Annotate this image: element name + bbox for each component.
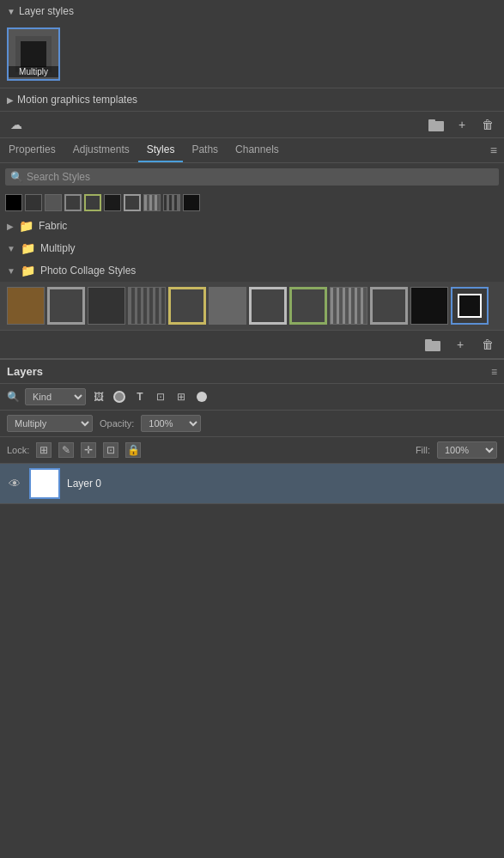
filter-dot	[197, 392, 207, 402]
search-bar: 🔍	[5, 168, 499, 186]
motion-graphics-section: ▶ Motion graphics templates	[0, 88, 504, 111]
swatch-7[interactable]	[143, 194, 161, 211]
filter-type-icon[interactable]: T	[132, 389, 148, 405]
multiply-group-name: Multiply	[40, 242, 76, 254]
filter-row: 🔍 Kind Name Effect Mode Attribute Color …	[0, 384, 504, 411]
styles-add-button[interactable]: +	[451, 335, 470, 354]
photo-collage-chevron: ▼	[7, 266, 15, 276]
multiply-group-header[interactable]: ▼ 📁 Multiply	[0, 237, 504, 259]
style-thumb-label: Multiply	[9, 66, 58, 77]
lock-all-icon[interactable]: 🔒	[125, 442, 141, 458]
tab-properties[interactable]: Properties	[0, 138, 64, 162]
swatch-5[interactable]	[104, 194, 121, 211]
collage-thumb-1[interactable]	[47, 287, 85, 325]
collage-thumb-3[interactable]	[128, 287, 166, 325]
layers-title: Layers	[7, 365, 43, 378]
delete-style-button[interactable]: 🗑	[478, 115, 497, 134]
collage-grid	[0, 282, 504, 330]
swatches-row	[0, 191, 504, 215]
kind-filter-select[interactable]: Kind Name Effect Mode Attribute Color	[25, 388, 86, 405]
lock-pixels-icon[interactable]: ⊞	[36, 442, 52, 458]
styles-folder-icon[interactable]	[423, 335, 442, 354]
opacity-label: Opacity:	[100, 418, 134, 429]
swatch-1[interactable]	[25, 194, 42, 211]
styles-delete-button[interactable]: 🗑	[478, 335, 497, 354]
svg-rect-3	[425, 339, 432, 343]
motion-graphics-title: Motion graphics templates	[17, 94, 137, 106]
tab-styles[interactable]: Styles	[138, 138, 184, 162]
fabric-chevron: ▶	[7, 222, 14, 231]
folder-icon[interactable]	[427, 115, 446, 134]
collage-thumb-8[interactable]	[330, 287, 367, 325]
search-icon: 🔍	[10, 171, 23, 183]
blend-mode-select[interactable]: Normal Dissolve Darken Multiply Color Bu…	[7, 415, 93, 432]
photo-collage-group-header[interactable]: ▼ 📁 Photo Collage Styles	[0, 259, 504, 282]
layers-menu-icon[interactable]: ≡	[491, 366, 497, 378]
filter-shape-icon[interactable]: ⊡	[153, 389, 168, 405]
tab-channels[interactable]: Channels	[227, 138, 288, 162]
collage-thumb-5[interactable]	[209, 287, 246, 325]
lock-row: Lock: ⊞ ✎ ✛ ⊡ 🔒 Fill: 100% 75% 50% 25% 0…	[0, 437, 504, 464]
collage-thumb-0[interactable]	[7, 287, 45, 325]
tab-paths[interactable]: Paths	[183, 138, 227, 162]
multiply-chevron: ▼	[7, 244, 15, 253]
fabric-group-name: Fabric	[39, 220, 67, 232]
motion-graphics-header[interactable]: ▶ Motion graphics templates	[7, 94, 497, 106]
collage-thumb-6[interactable]	[249, 287, 287, 325]
photo-collage-group: ▼ 📁 Photo Collage Styles	[0, 259, 504, 330]
tabs-bar: Properties Adjustments Styles Paths Chan…	[0, 137, 504, 163]
filter-smartobj-icon[interactable]: ⊞	[173, 389, 189, 405]
swatch-4[interactable]	[84, 194, 101, 211]
blend-row: Normal Dissolve Darken Multiply Color Bu…	[0, 411, 504, 437]
cloud-icon[interactable]: ☁	[7, 115, 26, 134]
multiply-group: ▼ 📁 Multiply	[0, 237, 504, 259]
styles-bottom-toolbar: + 🗑	[0, 330, 504, 358]
lock-paint-icon[interactable]: ✎	[58, 442, 74, 458]
lock-move-icon[interactable]: ✛	[81, 442, 96, 458]
layer-style-preview[interactable]: Multiply	[7, 27, 60, 81]
search-input[interactable]	[27, 171, 494, 183]
photo-collage-group-name: Photo Collage Styles	[40, 265, 136, 277]
filter-circle2-icon[interactable]	[194, 389, 209, 405]
motion-graphics-chevron: ▶	[7, 95, 14, 105]
collage-thumb-inner	[458, 294, 482, 318]
layer-styles-toolbar: ☁ + 🗑	[0, 111, 504, 137]
fill-select[interactable]: 100% 75% 50% 25% 0%	[437, 441, 497, 459]
lock-artboard-icon[interactable]: ⊡	[103, 442, 118, 458]
swatch-2[interactable]	[45, 194, 62, 211]
add-style-button[interactable]: +	[452, 115, 471, 134]
layers-header: Layers ≡	[0, 360, 504, 384]
layer-styles-title: Layer styles	[19, 5, 74, 17]
swatch-9[interactable]	[183, 194, 200, 211]
layer-0-row[interactable]: 👁 Layer 0	[0, 464, 504, 504]
collage-thumb-2[interactable]	[88, 287, 125, 325]
layers-panel: Layers ≡ 🔍 Kind Name Effect Mode Attribu…	[0, 358, 504, 504]
swatch-6[interactable]	[124, 194, 141, 211]
svg-rect-1	[428, 119, 435, 123]
layer-styles-header[interactable]: ▼ Layer styles	[7, 5, 497, 17]
swatch-3[interactable]	[64, 194, 82, 211]
multiply-folder-icon: 📁	[21, 241, 35, 255]
collage-thumb-4[interactable]	[168, 287, 206, 325]
collage-thumb-7[interactable]	[289, 287, 327, 325]
fabric-group: ▶ 📁 Fabric	[0, 215, 504, 237]
filter-pixel-icon[interactable]: 🖼	[91, 389, 106, 405]
fill-label: Fill:	[416, 445, 430, 455]
collage-thumb-selected[interactable]	[451, 287, 489, 325]
filter-adjustment-icon[interactable]	[112, 389, 127, 405]
opacity-select[interactable]: 100% 75% 50% 25% 0%	[141, 415, 201, 432]
layer-0-visibility-icon[interactable]: 👁	[7, 476, 22, 491]
collage-thumb-9[interactable]	[370, 287, 408, 325]
layer-styles-section: ▼ Layer styles Multiply	[0, 0, 504, 88]
swatch-0[interactable]	[5, 194, 22, 211]
photo-collage-folder-icon: 📁	[21, 264, 35, 277]
filter-search-icon: 🔍	[7, 391, 20, 403]
collage-thumb-10[interactable]	[410, 287, 448, 325]
fabric-folder-icon: 📁	[19, 219, 33, 233]
tabs-menu-icon[interactable]: ≡	[483, 138, 504, 162]
swatch-8[interactable]	[163, 194, 180, 211]
layer-0-name: Layer 0	[67, 478, 101, 490]
lock-label: Lock:	[7, 445, 29, 455]
fabric-group-header[interactable]: ▶ 📁 Fabric	[0, 215, 504, 237]
tab-adjustments[interactable]: Adjustments	[64, 138, 138, 162]
